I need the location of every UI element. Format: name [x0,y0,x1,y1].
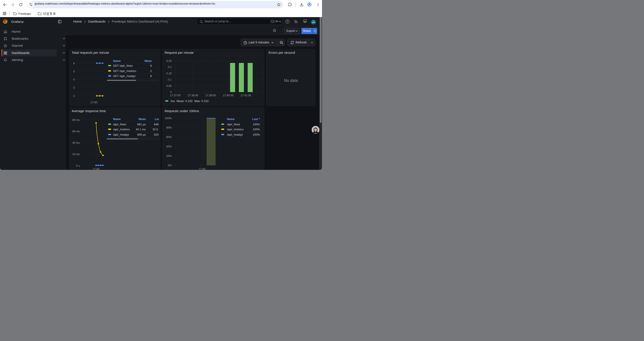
svg-text:3: 3 [73,86,75,89]
svg-text:0.1: 0.1 [168,78,172,81]
svg-text:17:37:00: 17:37:00 [170,94,180,97]
svg-text:0.15: 0.15 [166,72,172,75]
svg-text:60%: 60% [166,136,172,139]
svg-text:0 s: 0 s [76,164,80,167]
svg-text:0.25: 0.25 [166,60,172,63]
svg-text:4: 4 [73,78,75,81]
svg-text:5: 5 [73,70,75,73]
svg-text:17:40: 17:40 [198,168,206,170]
svg-text:0.05: 0.05 [166,85,172,88]
svg-text:0: 0 [170,91,172,94]
svg-text:2: 2 [73,94,75,97]
svg-text:17:40: 17:40 [92,168,99,170]
svg-text:60 ms: 60 ms [72,130,80,133]
svg-text:20 ms: 20 ms [72,153,80,156]
svg-text:0%: 0% [168,164,172,167]
svg-text:40%: 40% [166,145,172,148]
svg-text:80 ms: 80 ms [72,119,80,122]
svg-text:17:39:00: 17:39:00 [205,94,216,97]
svg-text:17:40:00: 17:40:00 [223,94,234,97]
svg-text:0.2: 0.2 [168,66,172,69]
svg-text:40 ms: 40 ms [72,141,80,144]
svg-text:20%: 20% [166,154,172,158]
svg-text:100%: 100% [165,117,172,120]
svg-text:17:41:00: 17:41:00 [240,94,251,97]
svg-text:80%: 80% [166,126,172,129]
svg-text:17:40: 17:40 [90,101,97,104]
svg-text:17:38:00: 17:38:00 [188,94,198,97]
svg-text:6: 6 [73,62,75,65]
